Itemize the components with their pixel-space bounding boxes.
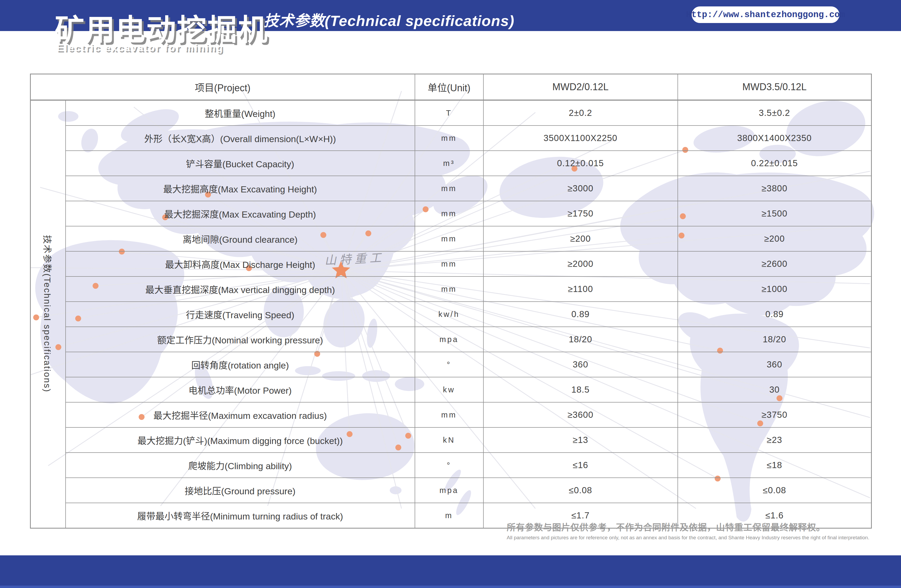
spec-label: 履带最小转弯半径(Minimum turning radius of track…	[65, 503, 415, 528]
spec-value-mwd2: 18/20	[483, 327, 678, 352]
spec-value-mwd2: ≤0.08	[483, 478, 678, 503]
table-row: 外形（长X宽X高）(Overall dimension(L×W×H)) mm 3…	[31, 126, 871, 151]
spec-label: 接地比压(Ground pressure)	[65, 478, 415, 503]
spec-unit: mm	[415, 126, 483, 151]
spec-value-mwd2: 0.12±0.015	[483, 151, 678, 176]
spec-label: 额定工作压力(Nominal working pressure)	[65, 327, 415, 352]
side-group-label: 技术参数(Technical specifications)	[42, 235, 55, 393]
table-header-row: 项目(Project) 单位(Unit) MWD2/0.12L MWD3.5/0…	[31, 74, 871, 100]
spec-value-mwd35: 0.89	[678, 302, 871, 327]
spec-unit: kw	[415, 377, 483, 402]
spec-value-mwd2: 18.5	[483, 377, 678, 402]
page-title: 技术参数(Technical specifications)	[263, 9, 514, 30]
spec-unit: mpa	[415, 478, 483, 503]
spec-unit: kN	[415, 427, 483, 452]
spec-unit: °	[415, 352, 483, 377]
disclaimer-cn: 所有参数与图片仅供参考，不作为合同附件及依据，山特重工保留最终解释权。	[507, 520, 845, 533]
disclaimer-en: All parameters and pictures are for refe…	[507, 535, 845, 541]
spec-value-mwd35: ≤18	[678, 452, 871, 478]
table-row: 爬坡能力(Climbing ability) ° ≤16 ≤18	[31, 452, 871, 478]
spec-value-mwd35: ≥2600	[678, 251, 871, 276]
spec-value-mwd2: 0.89	[483, 302, 678, 327]
brand-logo-tagline: Electric excavator for mining	[57, 42, 224, 53]
disclaimer-block: 所有参数与图片仅供参考，不作为合同附件及依据，山特重工保留最终解释权。 All …	[507, 520, 845, 541]
table-row: 最大挖掘高度(Max Excavating Height) mm ≥3000 ≥…	[31, 176, 871, 201]
table-row: 接地比压(Ground pressure) mpa ≤0.08 ≤0.08	[31, 478, 871, 503]
spec-label: 离地间隙(Ground clearance)	[65, 226, 415, 251]
col-header-model-mwd35: MWD3.5/0.12L	[678, 74, 871, 100]
spec-unit: kw/h	[415, 302, 483, 327]
spec-value-mwd35: 3.5±0.2	[678, 100, 871, 126]
spec-label: 回转角度(rotation angle)	[65, 352, 415, 377]
col-header-model-mwd2: MWD2/0.12L	[483, 74, 678, 100]
spec-label: 行走速度(Traveling Speed)	[65, 302, 415, 327]
spec-value-mwd2: 3500X1100X2250	[483, 126, 678, 151]
spec-value-mwd35: ≥3800	[678, 176, 871, 201]
spec-value-mwd35: 0.22±0.015	[678, 151, 871, 176]
spec-value-mwd35: ≥1000	[678, 276, 871, 302]
spec-value-mwd35: 360	[678, 352, 871, 377]
spec-value-mwd2: ≤16	[483, 452, 678, 478]
spec-unit: mpa	[415, 327, 483, 352]
spec-unit: m	[415, 503, 483, 528]
table-row: 回转角度(rotation angle) ° 360 360	[31, 352, 871, 377]
col-header-project: 项目(Project)	[31, 74, 415, 100]
spec-label: 最大挖掘半径(Maximum excavation radius)	[65, 402, 415, 427]
spec-value-mwd2: ≥13	[483, 427, 678, 452]
table-row: 最大垂直挖掘深度(Max vertical dingging depth) mm…	[31, 276, 871, 302]
spec-value-mwd35: ≥200	[678, 226, 871, 251]
spec-sheet-page: 矿用电动挖掘机 Electric excavator for mining 技术…	[0, 0, 901, 588]
spec-value-mwd2: ≥1750	[483, 201, 678, 226]
spec-value-mwd2: ≥2000	[483, 251, 678, 276]
spec-value-mwd35: ≥23	[678, 427, 871, 452]
spec-unit: mm	[415, 226, 483, 251]
spec-value-mwd2: ≥3600	[483, 402, 678, 427]
table-row: 离地间隙(Ground clearance) mm ≥200 ≥200	[31, 226, 871, 251]
side-group-label-cell: 技术参数(Technical specifications)	[31, 100, 65, 528]
spec-unit: mm	[415, 402, 483, 427]
spec-value-mwd2: ≥3000	[483, 176, 678, 201]
spec-unit: mm	[415, 176, 483, 201]
spec-label: 电机总功率(Motor Power)	[65, 377, 415, 402]
spec-value-mwd35: 18/20	[678, 327, 871, 352]
spec-value-mwd35: ≥1500	[678, 201, 871, 226]
spec-label: 最大挖掘深度(Max Excavating Depth)	[65, 201, 415, 226]
spec-unit: m³	[415, 151, 483, 176]
spec-unit: °	[415, 452, 483, 478]
spec-unit: mm	[415, 201, 483, 226]
table-row: 电机总功率(Motor Power) kw 18.5 30	[31, 377, 871, 402]
website-url-pill[interactable]: Http://www.shantezhonggong.com	[692, 6, 839, 23]
spec-value-mwd35: ≥3750	[678, 402, 871, 427]
spec-value-mwd2: 360	[483, 352, 678, 377]
spec-unit: T	[415, 100, 483, 126]
spec-value-mwd2: ≥200	[483, 226, 678, 251]
table-row: 最大挖掘深度(Max Excavating Depth) mm ≥1750 ≥1…	[31, 201, 871, 226]
table-row: 最大卸料高度(Max Discharge Height) mm ≥2000 ≥2…	[31, 251, 871, 276]
spec-unit: mm	[415, 251, 483, 276]
spec-label: 最大挖掘高度(Max Excavating Height)	[65, 176, 415, 201]
spec-value-mwd2: 2±0.2	[483, 100, 678, 126]
col-header-unit: 单位(Unit)	[415, 74, 483, 100]
spec-value-mwd35: ≤0.08	[678, 478, 871, 503]
table-row: 额定工作压力(Nominal working pressure) mpa 18/…	[31, 327, 871, 352]
table-row: 最大挖掘力(铲斗)(Maximum digging force (bucket)…	[31, 427, 871, 452]
spec-label: 最大挖掘力(铲斗)(Maximum digging force (bucket)…	[65, 427, 415, 452]
spec-label: 最大垂直挖掘深度(Max vertical dingging depth)	[65, 276, 415, 302]
table-row: 行走速度(Traveling Speed) kw/h 0.89 0.89	[31, 302, 871, 327]
spec-label: 整机重量(Weight)	[65, 100, 415, 126]
spec-value-mwd35: 30	[678, 377, 871, 402]
spec-table: 项目(Project) 单位(Unit) MWD2/0.12L MWD3.5/0…	[30, 73, 872, 529]
spec-label: 外形（长X宽X高）(Overall dimension(L×W×H))	[65, 126, 415, 151]
table-row: 铲斗容量(Bucket Capacity) m³ 0.12±0.015 0.22…	[31, 151, 871, 176]
spec-label: 铲斗容量(Bucket Capacity)	[65, 151, 415, 176]
spec-value-mwd35: 3800X1400X2350	[678, 126, 871, 151]
spec-label: 最大卸料高度(Max Discharge Height)	[65, 251, 415, 276]
table-row: 技术参数(Technical specifications) 整机重量(Weig…	[31, 100, 871, 126]
spec-unit: mm	[415, 276, 483, 302]
spec-label: 爬坡能力(Climbing ability)	[65, 452, 415, 478]
spec-value-mwd2: ≥1100	[483, 276, 678, 302]
table-row: 最大挖掘半径(Maximum excavation radius) mm ≥36…	[31, 402, 871, 427]
website-url-text: Http://www.shantezhonggong.com	[686, 10, 845, 20]
